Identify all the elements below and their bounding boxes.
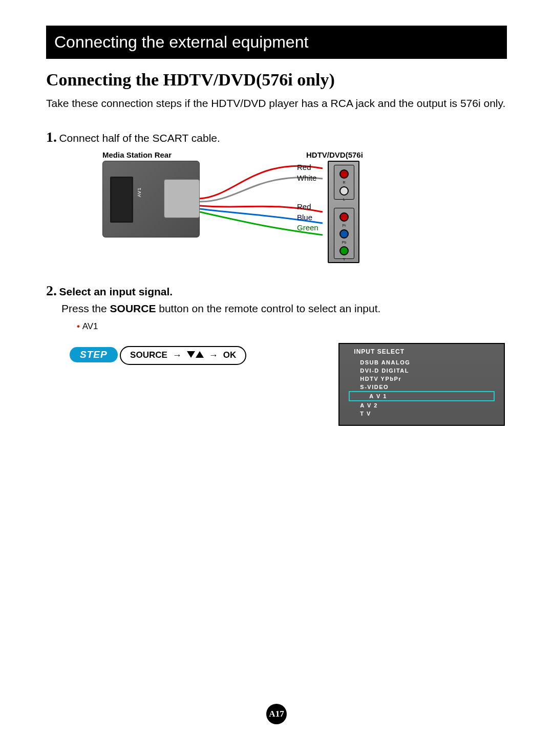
bullet-av1: AV1 [82, 321, 98, 331]
wire-label-green: Green [297, 224, 318, 232]
wire-label-red2: Red [297, 203, 318, 211]
osd-title: INPUT SELECT [339, 348, 504, 358]
osd-item: A V 2 [339, 401, 504, 409]
step-1-text: Connect half of the SCART cable. [59, 132, 220, 144]
rca-jack-r-icon [339, 169, 349, 179]
section-header: Connecting the external equipment [46, 26, 507, 59]
step-1-number: 1. [46, 129, 57, 145]
wire-label-white: White [297, 174, 318, 183]
source-navigation-oval: SOURCE OK [120, 346, 246, 365]
connection-diagram: Media Station Rear HDTV/DVD(576i AV1 Red… [102, 150, 507, 268]
rca-pr-label: Pr [335, 224, 353, 227]
step-1: 1. Connect half of the SCART cable. [46, 129, 507, 145]
rca-jack-pr-icon [339, 212, 349, 222]
osd-item: HDTV YPbPr [339, 375, 504, 383]
arrow-right-icon [173, 350, 182, 361]
step-2-number: 2. [46, 283, 57, 298]
arrow-right-icon-2 [209, 350, 218, 361]
osd-input-select-menu: INPUT SELECT DSUB ANALOGDVI-D DIGITALHDT… [338, 343, 505, 426]
step-pill-label: STEP [70, 347, 118, 362]
rca-jack-l-icon [339, 186, 349, 196]
page-number-badge: A17 [266, 704, 287, 724]
osd-item: DVI-D DIGITAL [339, 366, 504, 375]
rca-l-label: L [335, 198, 353, 201]
page-title: Connecting the HDTV/DVD(576i only) [46, 70, 507, 90]
ok-label: OK [223, 350, 237, 360]
osd-item: T V [339, 409, 504, 418]
bullet-dot-icon: • [77, 321, 82, 331]
osd-item: A V 1 [349, 391, 495, 401]
step-2-title: Select an input signal. [59, 286, 173, 297]
rca-pb-label: Pb [335, 241, 353, 244]
nav-arrows-icon [187, 350, 204, 360]
wire-label-blue: Blue [297, 213, 318, 222]
step-2-bullet: • AV1 [77, 321, 507, 332]
rca-jack-y-icon [339, 246, 349, 255]
rca-y-label: Y [335, 257, 353, 261]
step-2-text-a: Press the [61, 303, 110, 314]
osd-item: S-VIDEO [339, 383, 504, 391]
rca-jack-pb-icon [339, 229, 349, 239]
step-2: 2. Select an input signal. Press the SOU… [46, 283, 507, 331]
step-sequence: STEP SOURCE OK [70, 343, 246, 365]
step-2-instruction: Press the SOURCE button on the remote co… [61, 301, 507, 316]
osd-item: DSUB ANALOG [339, 358, 504, 366]
rca-component-group: Pr Pb Y [334, 208, 354, 259]
hdtv-dvd-box: R L Pr Pb Y [328, 161, 359, 263]
source-label: SOURCE [130, 350, 167, 360]
intro-paragraph: Take these connection steps if the HDTV/… [46, 96, 507, 111]
source-keyword: SOURCE [110, 303, 156, 314]
wire-label-red: Red [297, 163, 318, 172]
rca-r-label: R [335, 181, 353, 184]
wire-color-labels: Red White Red Blue Green [297, 163, 318, 234]
step-2-text-b: button on the remote control to select a… [156, 303, 380, 314]
rca-audio-group: R L [334, 165, 354, 200]
